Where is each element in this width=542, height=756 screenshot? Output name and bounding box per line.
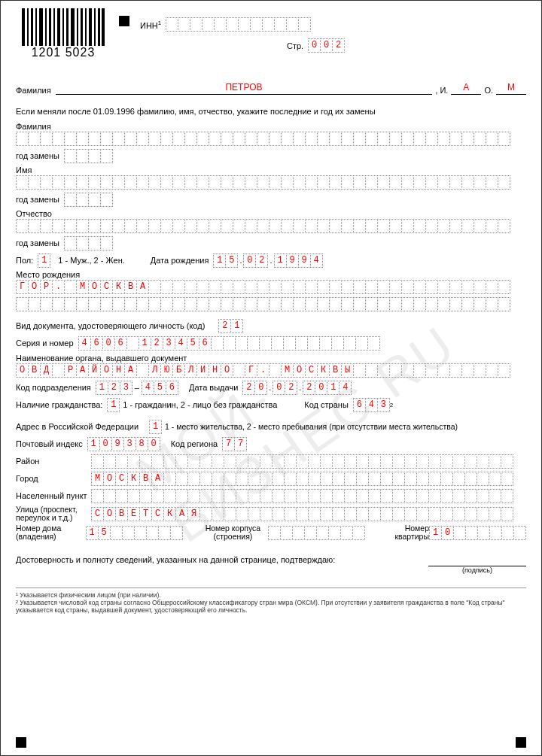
issue-day[interactable]: 20 xyxy=(242,381,267,395)
inn-cells[interactable] xyxy=(166,17,311,32)
svg-rect-0 xyxy=(22,8,25,46)
svg-rect-9 xyxy=(62,8,64,46)
barcode: 1201 5023 xyxy=(22,8,105,59)
signature-line[interactable] xyxy=(428,555,526,566)
form-page: МОЙ-БИЗНЕС.RU 1201 5023 ИНН1 Стр. 002 xyxy=(0,0,542,756)
doc-kind-cells[interactable]: 21 xyxy=(218,319,243,333)
issue-year[interactable]: 2014 xyxy=(303,381,352,395)
svg-rect-6 xyxy=(49,8,51,46)
page-cells: 002 xyxy=(308,38,345,53)
svg-rect-17 xyxy=(98,8,100,46)
sex-cell[interactable]: 1 xyxy=(38,254,50,268)
dob-month[interactable]: 02 xyxy=(243,254,268,268)
marker-square xyxy=(119,16,129,26)
region-cells[interactable]: 77 xyxy=(222,437,247,451)
page-number: Стр. 002 xyxy=(287,38,345,53)
street-cells[interactable]: СОВЕТСКАЯ xyxy=(91,507,513,521)
inn-field: ИНН1 xyxy=(140,17,311,32)
prev-surname-year[interactable] xyxy=(64,149,113,163)
birthplace-line2[interactable] xyxy=(16,297,510,311)
svg-rect-8 xyxy=(57,8,60,46)
district-cells[interactable] xyxy=(91,454,513,469)
name-row: Фамилия ПЕТРОВ , И. А О. М xyxy=(16,82,526,95)
zip-cells[interactable]: 109380 xyxy=(87,437,160,451)
dob-year[interactable]: 1994 xyxy=(274,254,323,268)
svg-rect-10 xyxy=(66,8,69,46)
surname-value[interactable]: ПЕТРОВ xyxy=(56,82,433,95)
citizenship-cell[interactable]: 1 xyxy=(107,398,120,412)
house-cells[interactable]: 15 xyxy=(86,526,183,540)
name-change-header: Если меняли после 01.09.1996 фамилию, им… xyxy=(16,107,522,116)
svg-rect-12 xyxy=(77,8,78,46)
svg-rect-13 xyxy=(81,8,83,46)
address-type-cell[interactable]: 1 xyxy=(149,420,162,434)
svg-rect-15 xyxy=(89,8,92,46)
barcode-number: 1201 5023 xyxy=(22,46,105,59)
dob-day[interactable]: 15 xyxy=(213,254,238,268)
prev-patronymic-cells[interactable] xyxy=(16,219,510,233)
initial-o[interactable]: М xyxy=(496,82,526,95)
svg-rect-2 xyxy=(31,8,33,46)
marker-square xyxy=(16,737,26,748)
svg-rect-3 xyxy=(35,8,37,46)
svg-rect-5 xyxy=(45,8,47,46)
svg-rect-7 xyxy=(53,8,55,46)
dept-code-a[interactable]: 123 xyxy=(96,381,132,395)
barcode-icon xyxy=(22,8,105,46)
svg-rect-11 xyxy=(71,8,75,46)
prev-name-cells[interactable] xyxy=(16,175,510,190)
footnote-2: ² Указывается числовой код страны соглас… xyxy=(16,599,526,614)
sex-dob-row: Пол: 1 1 - Муж., 2 - Жен. Дата рождения … xyxy=(16,253,526,268)
flat-cells[interactable]: 10 xyxy=(429,526,526,540)
prev-name-year[interactable] xyxy=(64,193,113,207)
svg-rect-1 xyxy=(27,8,29,46)
marker-square xyxy=(516,737,526,748)
city-cells[interactable]: МОСКВА xyxy=(91,472,513,486)
birthplace-line1[interactable]: ГОР. МОСКВА xyxy=(16,280,510,294)
prev-patronymic-year[interactable] xyxy=(64,236,113,250)
confirm-text: Достоверность и полноту сведений, указан… xyxy=(16,555,424,564)
dept-code-b[interactable]: 456 xyxy=(142,381,178,395)
svg-rect-14 xyxy=(85,8,87,46)
svg-rect-18 xyxy=(102,8,105,46)
settlement-cells[interactable] xyxy=(91,489,513,503)
building-cells[interactable] xyxy=(268,526,365,540)
footnote-1: ¹ Указывается физическим лицом (при нали… xyxy=(16,591,526,599)
country-code-cells[interactable]: 643 xyxy=(353,398,390,412)
prev-surname-cells[interactable] xyxy=(16,132,510,146)
svg-rect-16 xyxy=(94,8,96,46)
initial-i[interactable]: А xyxy=(451,82,481,95)
svg-rect-4 xyxy=(39,8,43,46)
issue-month[interactable]: 02 xyxy=(273,381,297,395)
doc-serial-cells[interactable]: 4606 123456 xyxy=(78,336,380,351)
issuer-cells[interactable]: ОВД РАЙОНА ЛЮБЛИНО Г. МОСКВЫ xyxy=(16,363,510,378)
